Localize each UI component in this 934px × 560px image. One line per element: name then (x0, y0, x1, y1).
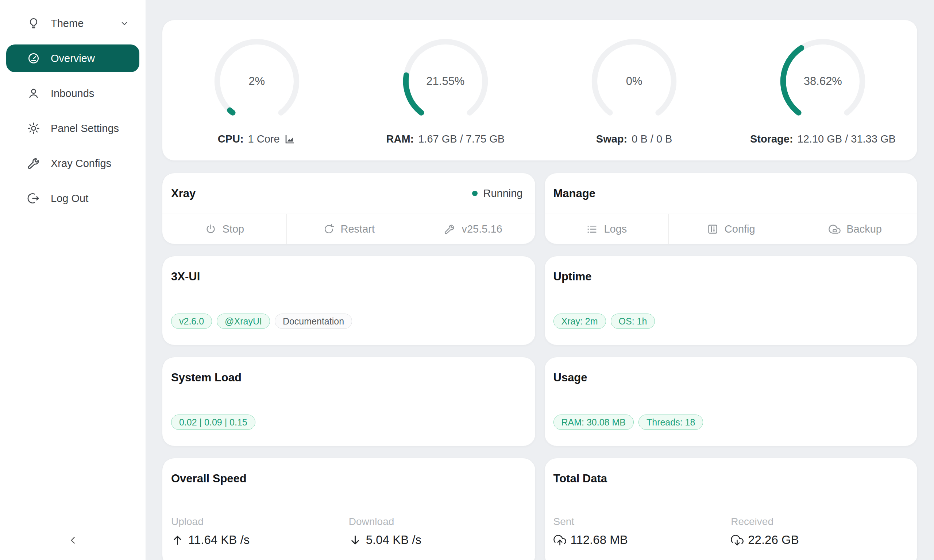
status-dot (472, 191, 478, 196)
xrayui-tag[interactable]: @XrayUI (217, 314, 270, 329)
xray-status: Running (472, 188, 522, 199)
power-icon (205, 223, 217, 235)
status-label: Running (483, 188, 522, 199)
card-title: Total Data (553, 472, 607, 485)
manage-actions: Logs Config (545, 214, 918, 244)
xray-actions: Stop Restart v25.5.16 (162, 214, 535, 244)
manage-card: Manage Logs (544, 173, 918, 244)
lightbulb-icon (27, 16, 40, 30)
backup-button[interactable]: Backup (793, 214, 917, 244)
sidebar-item-overview[interactable]: Overview (6, 45, 139, 72)
usage-tags: RAM: 30.08 MB Threads: 18 (545, 398, 918, 446)
app-root: Theme Overview Inbounds (0, 0, 934, 560)
action-label: Stop (223, 223, 244, 235)
card-title: Overall Speed (171, 472, 247, 485)
control-sliders-icon (707, 223, 719, 235)
xray-card-header: Xray Running (162, 173, 535, 214)
threads-tag: Threads: 18 (638, 415, 703, 430)
swap-gauge-ring: 0% (591, 38, 677, 124)
system-status-card: 2% CPU: 1 Core 21.55% (162, 20, 918, 161)
cpu-percent: 2% (214, 38, 300, 124)
sidebar: Theme Overview Inbounds (0, 0, 146, 560)
manage-card-header: Manage (545, 173, 918, 214)
storage-caption: Storage: 12.10 GB / 31.33 GB (750, 133, 896, 145)
panel-info-card-header: 3X-UI (162, 256, 535, 297)
overall-speed-card-header: Overall Speed (162, 458, 535, 499)
card-title: Xray (171, 187, 196, 200)
ram-gauge-ring: 21.55% (402, 38, 489, 124)
logout-icon (27, 191, 40, 205)
logs-button[interactable]: Logs (545, 214, 669, 244)
stat-label: Upload (171, 516, 349, 528)
sidebar-item-label: Log Out (51, 192, 88, 205)
card-title: Manage (553, 187, 595, 200)
dashboard-icon (27, 51, 40, 65)
swap-percent: 0% (591, 38, 677, 124)
stat-label: Sent (553, 516, 731, 528)
stat-value: 5.04 KB /s (349, 533, 527, 547)
panel-info-tags: v2.6.0 @XrayUI Documentation (162, 297, 535, 345)
storage-gauge-ring: 38.62% (780, 38, 866, 124)
chevron-down-icon (119, 18, 130, 29)
main-content: 2% CPU: 1 Core 21.55% (146, 0, 934, 560)
wrench-icon (27, 156, 40, 170)
sidebar-item-label: Inbounds (51, 88, 94, 100)
sidebar-collapse-button[interactable] (60, 527, 86, 554)
sent-data-stat: Sent 112.68 MB (553, 516, 731, 547)
cloud-download-icon (731, 534, 744, 546)
arrow-down-icon (349, 534, 362, 546)
system-load-card-header: System Load (162, 357, 535, 398)
xray-uptime-tag: Xray: 2m (553, 314, 606, 329)
download-speed-stat: Download 5.04 KB /s (349, 516, 527, 547)
sidebar-item-theme[interactable]: Theme (6, 9, 139, 37)
system-load-tags: 0.02 | 0.09 | 0.15 (162, 398, 535, 446)
sidebar-item-xray-configs[interactable]: Xray Configs (6, 149, 139, 177)
overall-speed-stats: Upload 11.64 KB /s Download (162, 499, 535, 547)
storage-gauge: 38.62% Storage: 12.10 GB / 31.33 GB (729, 20, 917, 160)
config-button[interactable]: Config (668, 214, 793, 244)
total-data-card-header: Total Data (545, 458, 918, 499)
sidebar-item-label: Xray Configs (51, 157, 111, 169)
usage-card-header: Usage (545, 357, 918, 398)
swap-caption: Swap: 0 B / 0 B (596, 133, 672, 145)
overall-speed-card: Overall Speed Upload 11.64 KB /s Downl (162, 458, 536, 560)
xray-version-button[interactable]: v25.5.16 (411, 214, 535, 244)
swap-gauge: 0% Swap: 0 B / 0 B (540, 20, 729, 160)
stat-value: 22.26 GB (731, 533, 908, 547)
cards-grid: Xray Running Stop (162, 173, 918, 560)
cloud-upload-icon (553, 534, 566, 546)
uptime-tags: Xray: 2m OS: 1h (545, 297, 918, 345)
area-chart-icon[interactable] (284, 133, 296, 145)
total-data-stats: Sent 112.68 MB Received (545, 499, 918, 547)
cpu-gauge-ring: 2% (214, 38, 300, 124)
card-title: System Load (171, 371, 242, 384)
cpu-caption: CPU: 1 Core (218, 133, 296, 145)
stat-label: Received (731, 516, 908, 528)
sidebar-item-panel-settings[interactable]: Panel Settings (6, 114, 139, 142)
usage-card: Usage RAM: 30.08 MB Threads: 18 (544, 357, 918, 446)
storage-percent: 38.62% (780, 38, 866, 124)
received-data-stat: Received 22.26 GB (731, 516, 908, 547)
system-load-card: System Load 0.02 | 0.09 | 0.15 (162, 357, 536, 446)
documentation-tag[interactable]: Documentation (275, 314, 352, 329)
panel-info-card: 3X-UI v2.6.0 @XrayUI Documentation (162, 256, 536, 345)
sidebar-item-log-out[interactable]: Log Out (6, 185, 139, 212)
ram-usage-tag: RAM: 30.08 MB (553, 415, 634, 430)
action-label: v25.5.16 (462, 223, 502, 235)
uptime-card-header: Uptime (545, 256, 918, 297)
panel-version-tag[interactable]: v2.6.0 (171, 314, 212, 329)
uptime-card: Uptime Xray: 2m OS: 1h (544, 256, 918, 345)
restart-icon (323, 223, 335, 235)
stop-button[interactable]: Stop (162, 214, 287, 244)
restart-button[interactable]: Restart (287, 214, 411, 244)
action-label: Restart (341, 223, 375, 235)
card-title: Uptime (553, 270, 592, 283)
chevron-left-icon (67, 534, 79, 546)
action-label: Backup (846, 223, 882, 235)
sidebar-menu: Theme Overview Inbounds (0, 9, 146, 212)
action-label: Logs (604, 223, 627, 235)
card-title: Usage (553, 371, 587, 384)
stat-label: Download (349, 516, 527, 528)
sidebar-item-label: Theme (51, 17, 83, 29)
sidebar-item-inbounds[interactable]: Inbounds (6, 80, 139, 107)
